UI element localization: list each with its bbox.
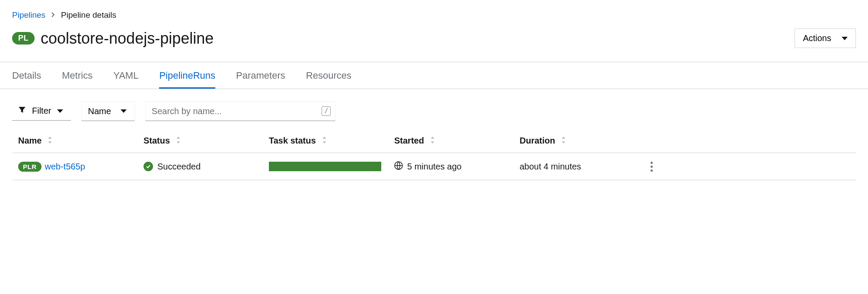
table-header: Name Status Task status Started Duration [12,129,856,153]
column-task-status[interactable]: Task status [269,136,394,146]
keyboard-shortcut-hint: / [322,106,330,116]
tabs: Details Metrics YAML PipelineRuns Parame… [0,62,868,89]
actions-label: Actions [803,33,831,43]
task-status-cell [269,162,394,171]
run-name-cell: PLR web-t565p [18,162,144,172]
sort-icon [561,136,566,146]
table-row: PLR web-t565p Succeeded 5 minutes ago ab… [12,153,856,180]
column-duration[interactable]: Duration [520,136,645,146]
name-selector-label: Name [88,106,111,116]
toolbar: Filter Name / [0,89,868,129]
tab-pipelineruns[interactable]: PipelineRuns [159,62,215,89]
filter-label: Filter [32,106,51,116]
pipelinerun-badge: PLR [18,162,41,172]
chevron-right-icon [51,12,55,19]
tab-yaml[interactable]: YAML [113,62,138,89]
breadcrumb: Pipelines Pipeline details [12,10,856,20]
sort-icon [48,136,52,146]
kebab-menu-button[interactable] [645,160,658,173]
tab-metrics[interactable]: Metrics [62,62,93,89]
pipelineruns-table: Name Status Task status Started Duration… [0,129,868,180]
status-cell: Succeeded [144,162,269,172]
breadcrumb-current: Pipeline details [61,10,116,20]
caret-down-icon [57,109,63,113]
duration-cell: about 4 minutes [520,162,645,172]
success-check-icon [144,162,153,171]
filter-icon [18,106,26,116]
sort-icon [430,136,435,146]
column-started[interactable]: Started [394,136,520,146]
tab-resources[interactable]: Resources [306,62,351,89]
task-status-bar [269,162,381,171]
caret-down-icon [842,37,848,40]
breadcrumb-parent-link[interactable]: Pipelines [12,10,45,20]
name-selector[interactable]: Name [81,102,134,121]
tab-parameters[interactable]: Parameters [236,62,285,89]
tab-details[interactable]: Details [12,62,41,89]
started-cell: 5 minutes ago [394,161,520,172]
page-title: coolstore-nodejs-pipeline [41,29,214,48]
globe-icon [394,161,403,172]
started-text: 5 minutes ago [407,162,462,172]
filter-button[interactable]: Filter [12,102,71,121]
run-name-link[interactable]: web-t565p [45,162,85,172]
search-wrap: / [145,101,335,121]
caret-down-icon [121,109,127,113]
sort-icon [176,136,181,146]
actions-button[interactable]: Actions [795,29,856,48]
sort-icon [322,136,327,146]
column-status[interactable]: Status [144,136,269,146]
search-input[interactable] [152,106,322,116]
column-name[interactable]: Name [18,136,144,146]
pipeline-badge: PL [12,32,35,45]
status-text: Succeeded [157,162,201,172]
